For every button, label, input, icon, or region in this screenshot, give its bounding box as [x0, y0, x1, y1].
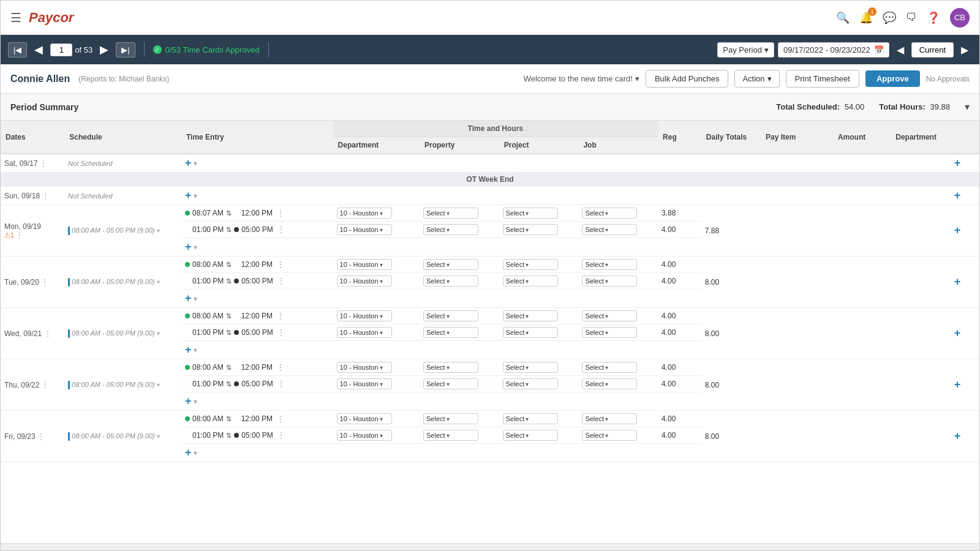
department-select[interactable]: 10 - Houston ▾	[337, 259, 392, 270]
entry-menu-icon[interactable]: ⋮	[275, 208, 286, 218]
entry-menu-icon[interactable]: ⋮	[276, 276, 287, 286]
row-menu-icon[interactable]: ⋮	[44, 329, 51, 338]
job-select[interactable]: Select ▾	[582, 224, 637, 235]
entry-menu-icon[interactable]: ⋮	[276, 379, 287, 389]
property-select[interactable]: Select ▾	[423, 276, 478, 287]
entry-menu-icon[interactable]: ⋮	[275, 414, 286, 424]
add-time-entry-button[interactable]: +	[185, 189, 192, 202]
end-time[interactable]: 05:00 PM	[241, 277, 273, 285]
end-time[interactable]: 12:00 PM	[241, 414, 273, 423]
job-select[interactable]: Select ▾	[582, 378, 637, 389]
end-time[interactable]: 05:00 PM	[241, 328, 273, 337]
start-time[interactable]: 01:00 PM	[192, 328, 224, 337]
property-select[interactable]: Select ▾	[423, 224, 478, 235]
end-time[interactable]: 12:00 PM	[241, 260, 273, 269]
department-select[interactable]: 10 - Houston ▾	[337, 276, 392, 287]
add-time-entry-button[interactable]: +	[185, 446, 192, 459]
next-page-button[interactable]: ▶	[96, 40, 112, 59]
property-select[interactable]: Select ▾	[423, 327, 478, 338]
pay-period-select[interactable]: Pay Period ▾	[717, 42, 774, 58]
add-pay-item-button[interactable]: +	[954, 157, 961, 170]
add-chevron-icon[interactable]: ▾	[194, 243, 197, 252]
add-chevron-icon[interactable]: ▾	[194, 397, 197, 406]
end-time[interactable]: 05:00 PM	[241, 380, 273, 388]
print-timesheet-button[interactable]: Print Timesheet	[786, 70, 859, 88]
current-button[interactable]: Current	[911, 42, 954, 58]
add-chevron-icon[interactable]: ▾	[194, 449, 197, 457]
schedule-chevron-icon[interactable]: ▾	[157, 330, 160, 337]
property-select[interactable]: Select ▾	[423, 208, 478, 219]
department-select[interactable]: 10 - Houston ▾	[337, 327, 392, 338]
start-time[interactable]: 08:00 AM	[192, 414, 224, 423]
bottom-scrollbar[interactable]	[1, 543, 979, 550]
row-menu-icon[interactable]: ⋮	[42, 192, 49, 200]
job-select[interactable]: Select ▾	[582, 208, 637, 219]
start-time[interactable]: 01:00 PM	[192, 380, 224, 388]
department-select[interactable]: 10 - Houston ▾	[337, 224, 392, 235]
bulk-add-punches-button[interactable]: Bulk Add Punches	[646, 70, 729, 88]
project-select[interactable]: Select ▾	[503, 310, 558, 321]
end-time[interactable]: 12:00 PM	[241, 363, 273, 372]
schedule-chevron-icon[interactable]: ▾	[157, 433, 160, 440]
project-select[interactable]: Select ▾	[503, 378, 558, 389]
property-select[interactable]: Select ▾	[423, 413, 478, 424]
date-next-button[interactable]: ▶	[957, 42, 972, 58]
end-time[interactable]: 12:00 PM	[241, 209, 273, 217]
add-chevron-icon[interactable]: ▾	[194, 346, 197, 354]
entry-menu-icon[interactable]: ⋮	[276, 328, 287, 337]
row-menu-icon[interactable]: ⋮	[41, 278, 48, 287]
job-select[interactable]: Select ▾	[582, 259, 637, 270]
add-pay-item-button[interactable]: +	[954, 189, 961, 202]
first-page-button[interactable]: |◀	[8, 42, 27, 58]
project-select[interactable]: Select ▾	[503, 276, 558, 287]
project-select[interactable]: Select ▾	[503, 224, 558, 235]
job-select[interactable]: Select ▾	[582, 310, 637, 321]
add-pay-item-button[interactable]: +	[954, 224, 961, 237]
add-pay-item-button[interactable]: +	[954, 378, 961, 391]
entry-menu-icon[interactable]: ⋮	[275, 260, 286, 269]
department-select[interactable]: 10 - Houston ▾	[337, 208, 392, 219]
project-select[interactable]: Select ▾	[503, 208, 558, 219]
add-chevron-icon[interactable]: ▾	[194, 159, 197, 168]
start-time[interactable]: 08:00 AM	[192, 363, 224, 372]
prev-page-button[interactable]: ◀	[31, 40, 47, 59]
schedule-chevron-icon[interactable]: ▾	[157, 279, 160, 285]
property-select[interactable]: Select ▾	[423, 362, 478, 373]
project-select[interactable]: Select ▾	[503, 259, 558, 270]
project-select[interactable]: Select ▾	[503, 413, 558, 424]
job-select[interactable]: Select ▾	[582, 276, 637, 287]
comment-icon[interactable]: 🗨	[906, 11, 917, 24]
add-time-entry-button[interactable]: +	[185, 292, 192, 305]
add-time-entry-button[interactable]: +	[185, 343, 192, 356]
hamburger-menu[interactable]: ☰	[10, 10, 21, 25]
end-time[interactable]: 05:00 PM	[241, 225, 273, 234]
department-select[interactable]: 10 - Houston ▾	[337, 378, 392, 389]
property-select[interactable]: Select ▾	[423, 430, 478, 441]
row-menu-icon[interactable]: ⋮	[16, 231, 23, 239]
department-select[interactable]: 10 - Houston ▾	[337, 362, 392, 373]
department-select[interactable]: 10 - Houston ▾	[337, 413, 392, 424]
add-pay-item-button[interactable]: +	[954, 276, 961, 288]
project-select[interactable]: Select ▾	[503, 327, 558, 338]
start-time[interactable]: 08:00 AM	[192, 312, 224, 320]
help-icon[interactable]: ❓	[927, 11, 940, 24]
add-time-entry-button[interactable]: +	[185, 157, 192, 170]
chat-icon[interactable]: 💬	[883, 11, 896, 24]
start-time[interactable]: 01:00 PM	[192, 431, 224, 440]
end-time[interactable]: 05:00 PM	[241, 431, 273, 440]
end-time[interactable]: 12:00 PM	[241, 312, 273, 320]
start-time[interactable]: 01:00 PM	[192, 277, 224, 285]
add-chevron-icon[interactable]: ▾	[194, 192, 197, 200]
add-time-entry-button[interactable]: +	[185, 395, 192, 408]
property-select[interactable]: Select ▾	[423, 378, 478, 389]
last-page-button[interactable]: ▶|	[116, 42, 135, 58]
job-select[interactable]: Select ▾	[582, 430, 637, 441]
property-select[interactable]: Select ▾	[423, 259, 478, 270]
start-time[interactable]: 08:07 AM	[192, 209, 224, 217]
page-input[interactable]	[50, 43, 72, 56]
start-time[interactable]: 01:00 PM	[192, 225, 224, 234]
search-icon[interactable]: 🔍	[836, 11, 850, 24]
row-menu-icon[interactable]: ⋮	[37, 432, 45, 441]
property-select[interactable]: Select ▾	[423, 310, 478, 321]
entry-menu-icon[interactable]: ⋮	[275, 362, 286, 372]
